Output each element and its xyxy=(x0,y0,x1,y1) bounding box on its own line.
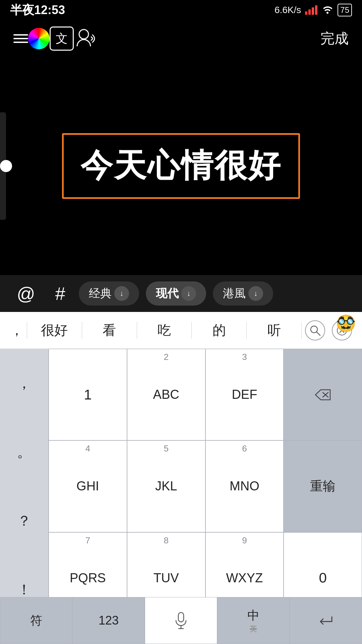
key-question[interactable]: ？ xyxy=(0,486,49,555)
canvas-area: 今天心情很好 xyxy=(0,57,362,275)
battery-icon: 75 xyxy=(338,4,352,16)
done-button[interactable]: 完成 xyxy=(320,29,349,48)
speed-indicator: 6.6K/s xyxy=(275,5,301,15)
download-classic-icon: ↓ xyxy=(114,286,129,301)
status-icons: 6.6K/s 75 xyxy=(275,4,352,16)
key-jkl[interactable]: 5 JKL xyxy=(127,440,205,532)
tts-icon xyxy=(74,27,97,50)
key-reenter[interactable]: 重输 xyxy=(284,440,362,532)
text-selection-border[interactable]: 今天心情很好 xyxy=(62,133,300,199)
menu-button[interactable] xyxy=(13,34,28,43)
font-classic[interactable]: 经典 ↓ xyxy=(79,281,139,306)
key-return[interactable] xyxy=(290,597,362,644)
key-lang[interactable]: 中 英 xyxy=(217,597,290,644)
svg-point-0 xyxy=(79,30,88,39)
keyboard-grid: 1 2 ABC 3 DEF 4 GHI 5 JKL 6 MNO xyxy=(49,349,362,624)
key-ghi[interactable]: 4 GHI xyxy=(49,440,127,532)
suggestion-word-1[interactable]: 看 xyxy=(82,321,137,339)
color-wheel-button[interactable] xyxy=(28,28,50,49)
status-time: 半夜12:53 xyxy=(10,2,65,18)
backspace-icon xyxy=(313,388,332,402)
svg-rect-8 xyxy=(178,612,184,622)
key-def[interactable]: 3 DEF xyxy=(205,349,284,440)
at-button[interactable]: @ xyxy=(10,283,42,304)
main-text: 今天心情很好 xyxy=(80,147,282,183)
font-style-bar: @ # 经典 ↓ 现代 ↓ 港風 ↓ xyxy=(0,275,362,312)
key-comma[interactable]: ， xyxy=(0,349,49,418)
wifi-icon xyxy=(321,4,334,16)
keyboard-area: ， 。 ？ ！ 1 2 ABC 3 DEF xyxy=(0,349,362,644)
color-wheel-icon xyxy=(28,28,50,49)
suggestion-word-3[interactable]: 的 xyxy=(192,321,246,339)
status-bar: 半夜12:53 6.6K/s 75 xyxy=(0,0,362,20)
translate-icon: 文 xyxy=(50,26,74,51)
download-hk-icon: ↓ xyxy=(248,286,263,301)
suggestion-word-0[interactable]: 很好 xyxy=(27,321,82,339)
key-mno[interactable]: 6 MNO xyxy=(205,440,284,532)
svg-line-2 xyxy=(317,332,320,335)
text-block: 今天心情很好 xyxy=(70,138,292,194)
suggestions-bar: ， 很好 看 吃 的 听 🥸 xyxy=(0,312,362,349)
suggestion-word-4[interactable]: 听 xyxy=(247,321,301,339)
download-modern-icon: ↓ xyxy=(181,286,196,301)
key-123[interactable]: 123 xyxy=(72,597,145,644)
key-backspace[interactable] xyxy=(284,349,362,440)
signal-icon xyxy=(305,5,317,15)
suggestion-word-2[interactable]: 吃 xyxy=(137,321,192,339)
tts-button[interactable] xyxy=(74,27,97,50)
hamburger-icon xyxy=(13,34,28,43)
top-toolbar: 文 完成 xyxy=(0,20,362,57)
microphone-icon xyxy=(174,612,188,629)
mask-emoji: 🥸 xyxy=(336,314,356,333)
suggestion-comma[interactable]: ， xyxy=(7,321,27,339)
key-mic[interactable] xyxy=(145,597,217,644)
left-circle-handle[interactable] xyxy=(0,160,12,172)
key-1[interactable]: 1 xyxy=(49,349,127,440)
hash-button[interactable]: # xyxy=(49,283,72,304)
keyboard-left-col: ， 。 ？ ！ xyxy=(0,349,49,624)
svg-point-1 xyxy=(311,326,317,333)
key-abc[interactable]: 2 ABC xyxy=(127,349,205,440)
font-modern[interactable]: 现代 ↓ xyxy=(146,281,206,306)
translate-button[interactable]: 文 xyxy=(50,26,74,51)
search-button[interactable] xyxy=(305,320,325,340)
return-icon xyxy=(317,613,335,628)
key-period[interactable]: 。 xyxy=(0,418,49,486)
key-symbol[interactable]: 符 xyxy=(0,597,72,644)
search-icon xyxy=(309,325,321,336)
keyboard-bottom: 符 123 中 英 xyxy=(0,597,362,644)
suggestion-divider-5 xyxy=(301,322,302,339)
font-hk[interactable]: 港風 ↓ xyxy=(213,281,273,306)
